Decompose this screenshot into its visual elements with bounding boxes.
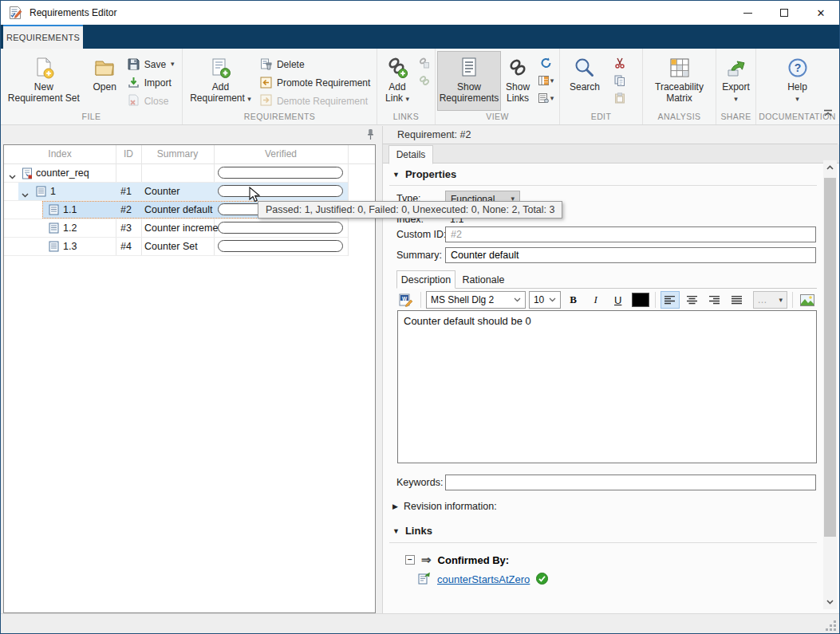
bold-button[interactable]: B xyxy=(564,291,583,309)
align-left-button[interactable] xyxy=(661,291,680,309)
cut-icon[interactable] xyxy=(609,56,630,70)
link-settings-icon[interactable] xyxy=(417,73,432,88)
align-center-icon xyxy=(687,296,697,305)
new-requirement-set-button[interactable]: New Requirement Set xyxy=(2,51,85,111)
search-button[interactable]: Search xyxy=(562,51,608,111)
add-requirement-button[interactable]: Add Requirement ▾ xyxy=(184,51,257,111)
close-button[interactable]: ✕ xyxy=(803,1,839,25)
collapse-chevron-icon[interactable] xyxy=(9,171,16,182)
maximize-button[interactable] xyxy=(766,1,803,25)
tab-requirements[interactable]: REQUIREMENTS xyxy=(3,25,83,49)
verified-bar[interactable] xyxy=(218,167,343,179)
save-dropdown-caret-icon: ▾ xyxy=(171,61,175,68)
justify-icon xyxy=(732,296,742,305)
traceability-matrix-button[interactable]: Traceability Matrix xyxy=(646,51,713,111)
show-requirements-icon xyxy=(459,54,479,81)
tree-cell-summary: Counter xyxy=(144,186,179,197)
verified-bar[interactable] xyxy=(218,185,343,197)
title-bar: Requirements Editor ✕ xyxy=(1,1,839,25)
sub-header-strip: Requirement: #2 xyxy=(1,126,839,144)
collapse-minus-icon[interactable]: − xyxy=(405,555,415,565)
help-button[interactable]: ? Help▾ xyxy=(776,51,819,111)
verified-bar[interactable] xyxy=(218,240,343,252)
copy-icon[interactable] xyxy=(609,73,630,88)
tab-description[interactable]: Description xyxy=(396,270,455,289)
column-header-verified[interactable]: Verified xyxy=(214,148,348,159)
table-row[interactable]: counter_req xyxy=(4,164,348,183)
show-requirements-button[interactable]: Show Requirements xyxy=(437,51,501,111)
description-text: Counter default should be 0 xyxy=(404,315,531,327)
save-label: Save xyxy=(144,59,166,70)
column-header-index[interactable]: Index xyxy=(4,148,116,159)
open-in-word-button[interactable]: W xyxy=(396,291,416,309)
scroll-up-icon[interactable] xyxy=(823,160,837,175)
scrollbar-thumb[interactable] xyxy=(824,178,836,537)
collapse-triangle-icon: ▼ xyxy=(392,527,400,535)
summary-field[interactable]: Counter default xyxy=(445,247,816,263)
italic-button[interactable]: I xyxy=(586,291,605,309)
verified-bar[interactable] xyxy=(218,222,343,234)
custom-id-field[interactable]: #2 xyxy=(445,226,816,242)
refresh-icon[interactable] xyxy=(536,56,556,70)
list-style-dropdown[interactable]: … ▾ xyxy=(753,291,787,309)
links-section-header[interactable]: ▼ Links xyxy=(392,525,432,537)
collapse-chevron-icon[interactable] xyxy=(22,189,29,200)
table-row[interactable]: 1 #1 Counter xyxy=(4,183,348,201)
rows-view-icon[interactable]: ▾ xyxy=(536,91,556,105)
table-row[interactable]: 1.2 #3 Counter increment xyxy=(4,219,348,238)
promote-requirement-label: Promote Requirement xyxy=(277,77,370,89)
revision-information-toggle[interactable]: ▶ Revision information: xyxy=(392,501,497,512)
description-tab-bar: Description Rationale xyxy=(396,270,817,289)
font-family-dropdown[interactable]: MS Shell Dlg 2 xyxy=(426,291,526,309)
insert-image-button[interactable] xyxy=(798,291,817,309)
export-caret-icon: ▾ xyxy=(734,95,738,103)
open-button[interactable]: Open xyxy=(85,51,124,111)
underline-button[interactable]: U xyxy=(609,291,628,309)
search-label: Search xyxy=(570,81,600,93)
tab-details[interactable]: Details xyxy=(388,145,433,164)
add-requirement-label: Add Requirement xyxy=(190,81,245,104)
properties-title: Properties xyxy=(405,168,456,180)
close-set-button[interactable]: Close xyxy=(124,92,180,110)
columns-view-icon[interactable]: ▾ xyxy=(536,73,556,88)
column-header-id[interactable]: ID xyxy=(116,148,141,159)
justify-button[interactable] xyxy=(728,291,747,309)
properties-section-header[interactable]: ▼ Properties xyxy=(392,168,456,180)
paste-icon[interactable] xyxy=(609,91,630,105)
confirmed-by-link[interactable]: counterStartsAtZero xyxy=(437,573,530,585)
color-swatch-icon xyxy=(632,293,649,307)
links-title: Links xyxy=(405,525,432,537)
table-row[interactable]: 1.3 #4 Counter Set xyxy=(4,238,348,256)
ribbon-tab-bar: REQUIREMENTS xyxy=(1,25,839,49)
import-button[interactable]: Import xyxy=(124,73,180,92)
requirements-editor-window: Requirements Editor ✕ REQUIREMENTS New R… xyxy=(0,0,840,634)
details-scrollbar[interactable] xyxy=(823,160,837,609)
collapse-toolstrip-icon[interactable] xyxy=(823,106,833,120)
tab-rationale[interactable]: Rationale xyxy=(457,270,510,289)
expand-triangle-icon: ▶ xyxy=(392,502,398,510)
column-header-summary[interactable]: Summary xyxy=(141,148,214,159)
align-center-button[interactable] xyxy=(683,291,702,309)
summary-label: Summary: xyxy=(396,250,442,261)
promote-requirement-button[interactable]: Promote Requirement xyxy=(257,73,375,92)
font-size-dropdown[interactable]: 10 xyxy=(529,291,561,309)
scroll-down-icon[interactable] xyxy=(823,595,837,609)
passed-check-badge-icon xyxy=(536,573,548,587)
tree-cell-id: #2 xyxy=(120,204,132,215)
tree-cell-summary: Counter Set xyxy=(144,241,198,252)
minimize-button[interactable] xyxy=(729,1,766,25)
save-button[interactable]: Save ▾ xyxy=(124,55,180,73)
demote-requirement-button[interactable]: Demote Requirement xyxy=(257,92,375,110)
keywords-field[interactable] xyxy=(445,475,816,490)
export-button[interactable]: Export▾ xyxy=(718,51,754,111)
delete-link-icon[interactable] xyxy=(417,56,432,70)
add-link-button[interactable]: Add Link ▾ xyxy=(379,51,416,111)
align-right-button[interactable] xyxy=(705,291,724,309)
show-links-button[interactable]: Show Links xyxy=(501,51,534,111)
list-style-dots-icon: … xyxy=(758,294,767,305)
resize-grip-icon[interactable] xyxy=(825,620,836,631)
font-color-button[interactable] xyxy=(631,291,650,309)
pin-icon[interactable] xyxy=(367,128,374,144)
description-textarea[interactable]: Counter default should be 0 xyxy=(397,310,817,463)
delete-button[interactable]: Delete xyxy=(257,55,375,73)
